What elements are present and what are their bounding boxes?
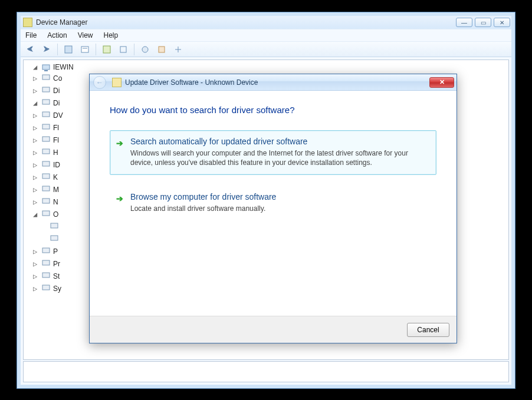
tb-btn-2[interactable]	[78, 43, 92, 56]
svg-rect-1	[81, 47, 88, 52]
device-icon	[50, 221, 59, 233]
device-category-icon	[41, 196, 51, 209]
svg-rect-3	[103, 46, 110, 53]
menu-file[interactable]: File	[25, 31, 37, 39]
device-category-icon	[41, 97, 51, 110]
wizard-title: Update Driver Software - Unknown Device	[125, 78, 429, 87]
tree-label: Co	[53, 74, 62, 84]
device-category-icon	[41, 122, 51, 134]
expand-icon[interactable]: ▷	[33, 148, 39, 158]
collapse-icon[interactable]: ◢	[33, 62, 39, 72]
svg-rect-11	[42, 100, 50, 104]
wizard-close-button[interactable]: ✕	[429, 77, 454, 88]
tb-btn-1[interactable]	[61, 43, 75, 56]
expand-icon[interactable]: ▷	[33, 197, 39, 207]
arrow-right-icon: ➔	[116, 138, 123, 148]
device-category-icon	[41, 246, 51, 258]
toolbar: ⮜ ⮞	[21, 42, 511, 57]
menu-help[interactable]: Help	[104, 31, 119, 39]
expand-icon[interactable]: ▷	[33, 185, 39, 195]
arrow-left-icon: ←	[96, 78, 103, 87]
tree-label: Fl	[53, 135, 59, 146]
tb-btn-3[interactable]	[100, 43, 114, 56]
dm-app-icon	[23, 18, 32, 27]
expand-icon[interactable]: ▷	[33, 123, 39, 133]
tree-label: H	[53, 148, 58, 158]
tree-label: DV	[53, 111, 63, 121]
option-desc: Windows will search your computer and th…	[130, 148, 429, 167]
tb-btn-5[interactable]	[138, 43, 152, 56]
svg-rect-9	[42, 75, 50, 80]
svg-rect-7	[42, 65, 50, 70]
svg-rect-18	[42, 186, 50, 191]
option-title: Browse my computer for driver software	[130, 192, 429, 201]
tb-btn-7[interactable]	[171, 43, 185, 56]
computer-icon	[41, 63, 51, 72]
tree-label: P	[53, 247, 58, 257]
wizard-back-button: ←	[93, 76, 106, 89]
tb-btn-4[interactable]	[116, 43, 130, 56]
minimize-button[interactable]: —	[456, 18, 472, 27]
expand-icon[interactable]: ◢	[33, 98, 39, 108]
arrow-right-icon: ⮞	[43, 45, 50, 54]
svg-rect-12	[42, 112, 50, 117]
maximize-button[interactable]: ▭	[475, 18, 491, 27]
arrow-left-icon: ⮜	[27, 45, 34, 54]
svg-rect-4	[120, 47, 126, 52]
expand-icon[interactable]: ▷	[33, 272, 39, 282]
wizard-heading: How do you want to search for driver sof…	[110, 105, 436, 115]
close-button[interactable]: ✕	[494, 18, 510, 27]
expand-icon[interactable]: ▷	[33, 74, 39, 84]
option-browse-computer[interactable]: ➔ Browse my computer for driver software…	[110, 186, 436, 221]
device-category-icon	[41, 147, 51, 159]
root-label: IEWIN	[53, 62, 74, 72]
svg-point-5	[142, 47, 148, 52]
expand-icon[interactable]: ▷	[33, 111, 39, 121]
option-desc: Locate and install driver software manua…	[130, 204, 429, 213]
svg-rect-20	[42, 211, 50, 216]
expand-icon[interactable]: ▷	[33, 247, 39, 257]
svg-rect-24	[42, 260, 50, 265]
tree-label: Di	[53, 86, 60, 96]
option-search-automatically[interactable]: ➔ Search automatically for updated drive…	[110, 130, 436, 175]
tree-label: St	[53, 272, 60, 282]
device-category-icon	[41, 270, 51, 283]
forward-button[interactable]: ⮞	[40, 43, 54, 56]
tree-label: O	[53, 210, 58, 220]
svg-rect-23	[42, 248, 50, 253]
expand-icon[interactable]: ▷	[33, 86, 39, 96]
close-icon: ✕	[439, 78, 445, 86]
wizard-titlebar: ← Update Driver Software - Unknown Devic…	[90, 74, 457, 91]
svg-rect-10	[42, 87, 50, 92]
expand-icon[interactable]: ▷	[33, 160, 39, 170]
expand-icon[interactable]: ▷	[33, 135, 39, 146]
back-button[interactable]: ⮜	[23, 43, 37, 56]
svg-rect-17	[42, 174, 50, 178]
device-category-icon	[41, 72, 51, 85]
menu-view[interactable]: View	[78, 31, 93, 39]
cancel-button[interactable]: Cancel	[407, 323, 449, 337]
device-category-icon	[41, 184, 51, 196]
dm-titlebar: Device Manager — ▭ ✕	[21, 16, 511, 29]
svg-rect-8	[44, 70, 48, 71]
tree-label: N	[53, 197, 58, 207]
expand-icon[interactable]: ▷	[33, 259, 39, 269]
menu-action[interactable]: Action	[47, 31, 67, 39]
option-title: Search automatically for updated driver …	[130, 137, 429, 146]
expand-icon[interactable]: ▷	[33, 173, 39, 183]
svg-rect-13	[42, 124, 50, 129]
device-icon	[50, 233, 59, 246]
tree-label: K	[53, 173, 58, 183]
tb-btn-6[interactable]	[155, 43, 169, 56]
expand-icon[interactable]: ▷	[33, 284, 39, 294]
device-category-icon	[41, 171, 51, 184]
tree-label: Sy	[53, 284, 61, 294]
svg-rect-22	[51, 236, 58, 240]
svg-rect-6	[159, 47, 165, 52]
svg-rect-15	[42, 149, 50, 154]
expand-icon[interactable]: ◢	[33, 210, 39, 220]
tree-root[interactable]: ◢ IEWIN	[33, 62, 507, 72]
device-icon	[112, 78, 121, 87]
tree-label: Pr	[53, 259, 60, 269]
dm-title: Device Manager	[36, 18, 456, 27]
